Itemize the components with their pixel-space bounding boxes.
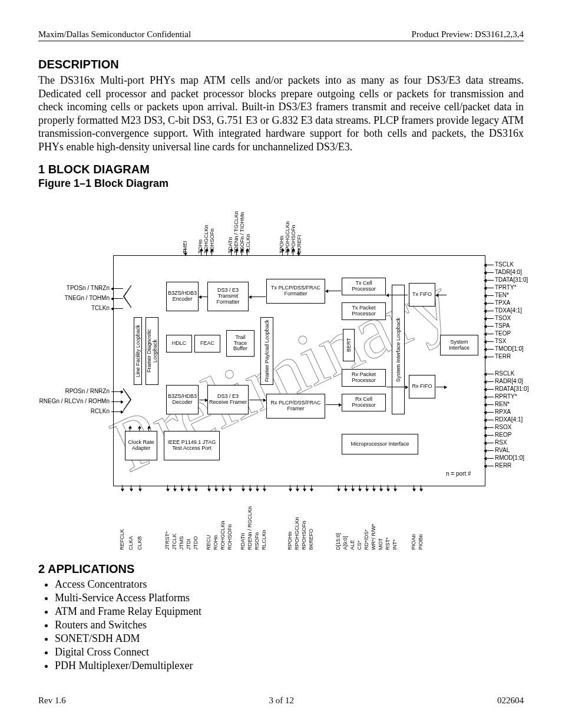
arrow xyxy=(250,485,250,491)
arrow xyxy=(231,249,232,255)
blk-feac: FEAC xyxy=(194,335,220,353)
figure-caption: Figure 1–1 Block Diagram xyxy=(38,177,524,190)
arrow xyxy=(139,426,140,431)
description-body: The DS316x Multi-port PHYs map ATM cells… xyxy=(38,74,524,153)
arrow xyxy=(366,485,367,491)
arrow xyxy=(484,326,494,327)
app-item: ATM and Frame Relay Equipment xyxy=(55,605,524,618)
pin-toh-group: TOHn TOHGCLKn TOHSOFn xyxy=(198,199,216,253)
pin-tmod-1-0-: TMOD[1:0] xyxy=(495,345,524,352)
pin-tpxa: TPXA xyxy=(495,299,510,306)
blk-sysif-loopback: System Interface Loopback xyxy=(392,285,405,414)
arrow xyxy=(484,450,494,451)
app-item: Access Concentrators xyxy=(55,578,524,591)
arrow xyxy=(230,485,230,491)
arrow xyxy=(242,249,242,255)
pin-rval: RVAL xyxy=(495,447,510,453)
arrow xyxy=(140,485,140,491)
pin-radr-4-0-: RADR[4:0] xyxy=(495,378,523,384)
app-item: SONET/SDH ADM xyxy=(55,633,524,645)
arrow xyxy=(111,308,123,309)
pin-rposn: RPOSn / RNRZn xyxy=(34,388,110,394)
blk-b3zs-encoder: B3ZS/HDB3 Encoder xyxy=(166,282,199,311)
pin-ten-: TEN* xyxy=(495,292,509,298)
pin-ren-: REN* xyxy=(495,401,510,407)
arrow xyxy=(249,400,266,400)
arrow xyxy=(287,249,288,255)
blk-ds3e3-tx-formatter: DS3 / E3 Transmit Formatter xyxy=(207,282,249,311)
blk-b3zs-decoder: B3ZS/HDB3 Decoder xyxy=(166,385,199,414)
blk-trail-trace: Trail Trace Buffer xyxy=(226,330,254,357)
footer-right: 022604 xyxy=(497,696,524,706)
blk-line-facility-loopback: Line Facility Loopback xyxy=(134,317,142,385)
pin-ale: ALE xyxy=(350,491,356,550)
pin-rohsofn: ROHSOFn xyxy=(227,491,233,550)
pin-tsclk: TSCLK xyxy=(495,261,514,268)
arrow xyxy=(293,249,293,255)
arrow xyxy=(345,485,346,491)
arrow xyxy=(131,485,131,491)
blk-bert: BERT xyxy=(343,329,355,361)
arrow xyxy=(484,427,494,428)
pin-terr: TERR xyxy=(495,353,511,360)
pin-jtms: JTMS xyxy=(179,491,185,550)
arrow xyxy=(257,485,257,491)
arrow xyxy=(386,295,408,295)
pin-tsox: TSOX xyxy=(495,315,511,321)
arrow xyxy=(352,485,353,491)
arrow xyxy=(223,485,223,491)
blk-rx-pkt-proc: Rx Packet Processor xyxy=(342,369,386,387)
pin-tnegn: TNEGn / TOHMn xyxy=(48,295,110,301)
arrow xyxy=(484,341,494,342)
rx-line-receiver-icon xyxy=(123,388,131,411)
pin-tdata-31-0-: TDATA[31:0] xyxy=(495,276,528,283)
pin-clkb: CLKB xyxy=(137,491,143,550)
arrow xyxy=(484,381,494,382)
page-header: Maxim/Dallas Semiconductor Confidential … xyxy=(38,29,524,41)
arrow xyxy=(199,400,207,400)
pin-rpohgclkn: RPOHGCLKn xyxy=(295,491,300,550)
pin-int-: INT* xyxy=(392,491,398,550)
pin-rst-: RST* xyxy=(385,491,391,550)
arrow xyxy=(111,288,123,289)
blk-tx-cell-proc: Tx Cell Processor xyxy=(342,278,386,295)
arrow xyxy=(484,412,494,413)
pin-tprty-: TPRTY* xyxy=(495,284,517,291)
arrow xyxy=(484,397,494,397)
pin-8krefo: 8KREFO xyxy=(309,491,315,550)
arrow xyxy=(484,295,494,296)
app-item: PDH Multiplexer/Demultiplexer xyxy=(55,660,524,672)
arrow xyxy=(297,485,297,491)
arrow xyxy=(484,443,494,443)
arrow xyxy=(484,311,494,311)
arrow xyxy=(373,485,374,491)
arrow xyxy=(130,426,130,431)
arrow xyxy=(421,485,421,491)
pin-rpxa: RPXA xyxy=(495,409,511,415)
pin-rpohn: RPOHn xyxy=(287,491,293,550)
arrow xyxy=(111,401,123,402)
arrow xyxy=(386,387,408,387)
pin-tsx: TSX xyxy=(495,338,506,344)
pin-tadr-4-0-: TADR[4:0] xyxy=(495,269,522,275)
pin-pioan: PIOAn xyxy=(411,491,417,550)
blk-sys-interface: System Interface xyxy=(440,335,478,355)
arrow xyxy=(211,249,212,255)
arrow xyxy=(484,272,494,273)
pin-rd-ds-: RD*/DS* xyxy=(364,491,370,550)
arrow xyxy=(484,420,494,420)
blk-tx-plcp: Tx PLCP/DSS/FRAC Formatter xyxy=(266,279,325,304)
header-right: Product Preview: DS3161,2,3,4 xyxy=(412,29,524,39)
arrow xyxy=(185,249,186,255)
arrow xyxy=(264,485,265,491)
arrow xyxy=(484,303,494,304)
app-item: Digital Cross Connect xyxy=(55,646,524,658)
arrow xyxy=(249,297,266,297)
arrow xyxy=(304,485,305,491)
pin-tposn: TPOSn / TNRZn xyxy=(48,285,110,291)
footer-center: 3 of 12 xyxy=(269,696,295,706)
pin-cs-: CS* xyxy=(357,491,363,550)
arrow xyxy=(236,249,237,255)
pin-jtdo: JTDO xyxy=(193,491,199,550)
pin-tdxa-4-1-: TDXA[4:1] xyxy=(495,307,522,314)
